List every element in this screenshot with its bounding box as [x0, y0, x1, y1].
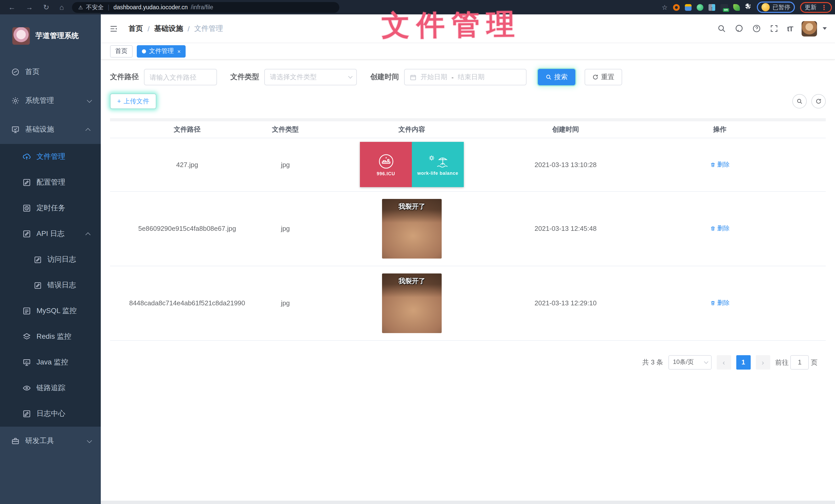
page-1-button[interactable]: 1	[736, 355, 751, 369]
chevron-down-icon	[348, 74, 352, 79]
browser-back-icon[interactable]: ←	[8, 3, 16, 11]
address-bar[interactable]: ⚠ 不安全 | dashboard.yudao.iocoder.cn/infra…	[72, 2, 339, 13]
sidebar-item-label: Redis 监控	[37, 332, 71, 341]
search-form: 文件路径 文件类型 请选择文件类型 创建时间 开始日期 - 结束日期	[110, 69, 826, 85]
browser-menu-kebab-icon[interactable]: ⋮	[821, 3, 827, 11]
sidebar-item-scheduled-jobs[interactable]: 定时任务	[0, 195, 101, 221]
browser-home-icon[interactable]: ⌂	[59, 3, 64, 11]
security-warning-icon: ⚠	[78, 4, 83, 10]
fullscreen-icon[interactable]	[770, 24, 778, 33]
search-button[interactable]: 搜索	[538, 69, 575, 85]
table-toolbar: + 上传文件	[110, 93, 826, 109]
log-icon	[23, 230, 31, 238]
sidebar-item-log-center[interactable]: 日志中心	[0, 401, 101, 427]
browser-forward-icon[interactable]: →	[26, 3, 33, 11]
sidebar-item-api-logs[interactable]: API 日志	[0, 221, 101, 247]
upload-file-button[interactable]: + 上传文件	[110, 93, 157, 109]
table-row: 8448cada8c714e4ab61f521c8da21990 jpg 我裂开…	[110, 266, 826, 340]
extension-icon[interactable]	[733, 4, 740, 10]
cell-created-time: 2021-03-13 12:45:48	[517, 191, 614, 266]
sidebar-item-label: 日志中心	[37, 409, 65, 418]
cell-file-type: jpg	[264, 266, 306, 340]
sidebar-item-config-mgmt[interactable]: 配置管理	[0, 170, 101, 195]
sidebar-item-infrastructure[interactable]: 基础设施	[0, 115, 101, 144]
url-path: /infra/file	[191, 4, 213, 10]
col-file-content: 文件内容	[306, 121, 517, 138]
app-logo[interactable]: 芋道管理系统	[0, 14, 101, 58]
cell-file-type: jpg	[264, 138, 306, 191]
goto-page-input[interactable]	[791, 355, 809, 369]
file-thumbnail-996icu[interactable]: 996.ICU work-life balance	[360, 142, 464, 187]
refresh-icon	[815, 98, 822, 104]
date-label: 创建时间	[370, 72, 399, 82]
calendar-icon	[410, 74, 416, 81]
extension-icon[interactable]: on	[720, 4, 728, 10]
eye-icon	[23, 384, 31, 392]
search-icon[interactable]	[717, 24, 726, 33]
sidebar-item-redis-monitor[interactable]: Redis 监控	[0, 324, 101, 350]
file-path-field[interactable]	[150, 73, 211, 81]
sidebar-item-java-monitor[interactable]: Java 监控	[0, 350, 101, 375]
caret-down-icon[interactable]	[823, 27, 827, 30]
search-icon	[796, 98, 802, 104]
sidebar-item-home[interactable]: 首页	[0, 58, 101, 86]
file-type-select[interactable]: 请选择文件类型	[264, 69, 357, 85]
breadcrumb-home[interactable]: 首页	[128, 24, 143, 33]
delete-button[interactable]: 删除	[710, 299, 730, 308]
sidebar-item-dev-tools[interactable]: 研发工具	[0, 427, 101, 456]
delete-button[interactable]: 删除	[710, 160, 730, 169]
pagination: 共 3 条 10条/页 ‹ 1 › 前往 页	[110, 355, 826, 369]
file-thumbnail-crying-baby[interactable]: 我裂开了	[382, 273, 442, 333]
page-size-select[interactable]: 10条/页	[668, 355, 712, 369]
security-label: 不安全	[86, 3, 104, 11]
user-avatar[interactable]	[801, 21, 817, 36]
profile-status: 已暂停	[773, 3, 790, 11]
extension-icon[interactable]	[685, 4, 691, 10]
sidebar-item-system-mgmt[interactable]: 系统管理	[0, 86, 101, 115]
sidebar-item-mysql-monitor[interactable]: MySQL 监控	[0, 298, 101, 324]
extension-icon[interactable]	[673, 4, 679, 10]
prev-page-button[interactable]: ‹	[717, 355, 731, 369]
delete-button[interactable]: 删除	[710, 224, 730, 233]
tag-file-mgmt[interactable]: 文件管理 ×	[137, 45, 186, 57]
browser-toolbar: ← → ↻ ⌂ ⚠ 不安全 | dashboard.yudao.iocoder.…	[0, 0, 835, 14]
logo-image	[12, 27, 30, 45]
close-icon[interactable]: ×	[177, 48, 181, 54]
github-icon[interactable]	[735, 24, 744, 33]
date-range-picker[interactable]: 开始日期 - 结束日期	[404, 69, 527, 85]
browser-profile-chip[interactable]: 已暂停	[757, 2, 795, 13]
extension-icon[interactable]	[708, 4, 715, 10]
toggle-search-button[interactable]	[792, 94, 807, 108]
browser-reload-icon[interactable]: ↻	[43, 3, 49, 11]
date-start[interactable]: 开始日期	[421, 72, 447, 82]
bookmark-star-icon[interactable]: ☆	[662, 3, 668, 11]
chevron-up-icon	[85, 128, 90, 133]
reset-button[interactable]: 重置	[585, 69, 622, 85]
type-label: 文件类型	[230, 72, 259, 82]
sidebar-item-label: 访问日志	[47, 255, 76, 264]
screen: ← → ↻ ⌂ ⚠ 不安全 | dashboard.yudao.iocoder.…	[0, 0, 835, 504]
file-thumbnail-crying-baby[interactable]: 我裂开了	[382, 199, 442, 258]
date-end[interactable]: 结束日期	[458, 72, 485, 82]
sidebar-item-trace[interactable]: 链路追踪	[0, 375, 101, 401]
sidebar-item-file-mgmt[interactable]: 文件管理	[0, 144, 101, 170]
database-icon	[23, 307, 31, 315]
update-label: 更新	[805, 3, 816, 11]
file-path-input[interactable]	[144, 69, 217, 85]
collapse-sidebar-icon[interactable]	[109, 24, 118, 33]
font-size-icon[interactable]: tT	[787, 24, 793, 33]
profile-avatar	[761, 3, 770, 11]
browser-update-chip[interactable]: 更新 ⋮	[800, 2, 832, 13]
sidebar-item-label: 基础设施	[25, 125, 54, 134]
help-icon[interactable]	[752, 24, 761, 33]
sidebar-item-access-logs[interactable]: 访问日志	[0, 247, 101, 272]
col-created-time: 创建时间	[517, 121, 614, 138]
log-center-icon	[23, 410, 31, 418]
tag-home[interactable]: 首页	[110, 45, 133, 57]
next-page-button[interactable]: ›	[756, 355, 770, 369]
puzzle-extensions-icon[interactable]	[745, 3, 751, 12]
sidebar-item-error-logs[interactable]: 错误日志	[0, 272, 101, 298]
refresh-table-button[interactable]	[811, 94, 826, 108]
extension-icon[interactable]	[696, 4, 703, 10]
breadcrumb-infrastructure[interactable]: 基础设施	[154, 24, 183, 33]
